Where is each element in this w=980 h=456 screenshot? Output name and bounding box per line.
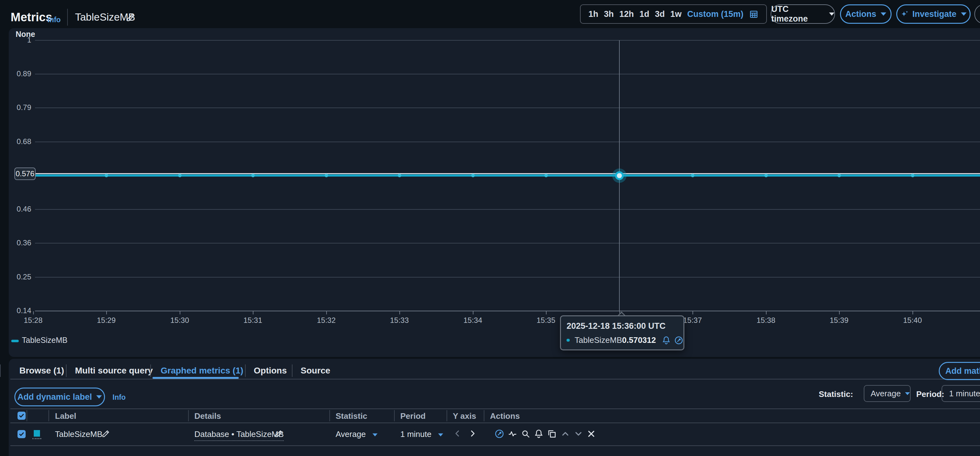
- action-alarm-bell-icon[interactable]: [534, 429, 544, 439]
- y-axis-hover-chip: 0.576: [14, 167, 36, 180]
- edit-title-pencil-icon[interactable]: [126, 12, 136, 22]
- period-label: Period:: [916, 389, 944, 399]
- legend-label[interactable]: TableSizeMB: [22, 336, 67, 345]
- table-top-border: [10, 408, 980, 409]
- col-period: Period: [400, 411, 426, 421]
- period-dropdown[interactable]: 1 minute: [942, 385, 980, 402]
- select-all-checkbox[interactable]: [18, 411, 25, 420]
- page-title: Metrics: [11, 11, 52, 24]
- graph-card: [9, 28, 980, 357]
- y-axis-left-icon[interactable]: [453, 429, 462, 438]
- time-range-12h[interactable]: 12h: [619, 10, 634, 19]
- time-range-custom[interactable]: Custom (15m): [687, 10, 743, 19]
- row-details-link[interactable]: Database • TableSizeMB: [194, 429, 284, 441]
- row-color-swatch[interactable]: [34, 430, 40, 437]
- action-search-icon[interactable]: [520, 429, 531, 439]
- row-label: TableSizeMB: [55, 429, 102, 439]
- col-statistic: Statistic: [336, 411, 367, 421]
- header-divider: [67, 9, 68, 26]
- calendar-icon[interactable]: [749, 10, 759, 19]
- tab-graphed-metrics[interactable]: Graphed metrics (1): [161, 366, 243, 376]
- tooltip-series-label: TableSizeMB: [575, 335, 622, 345]
- tooltip-series-swatch: [566, 339, 570, 341]
- add-dynamic-label-button[interactable]: Add dynamic label: [14, 387, 105, 406]
- chart-tooltip: 2025-12-18 15:36:00 UTC TableSizeMB 0.57…: [560, 316, 684, 350]
- add-math-label: Add math: [945, 366, 980, 376]
- tab-source[interactable]: Source: [301, 366, 330, 376]
- row-period-dropdown[interactable]: 1 minute: [400, 429, 443, 439]
- tab-browse[interactable]: Browse (1): [19, 366, 64, 376]
- action-move-up-icon[interactable]: [560, 429, 570, 439]
- tooltip-value: 0.570312: [622, 335, 656, 345]
- row-bottom-border: [10, 445, 980, 446]
- statistic-label: Statistic:: [819, 389, 853, 399]
- header-bottom-border: [10, 423, 980, 423]
- sparkle-icon: [900, 10, 909, 18]
- col-label: Label: [55, 411, 76, 421]
- x-axis-line: [35, 311, 980, 311]
- action-move-down-icon[interactable]: [573, 429, 584, 439]
- dynamic-label-info-link[interactable]: Info: [113, 393, 126, 402]
- col-details: Details: [194, 411, 221, 421]
- bottom-panel: [9, 359, 980, 456]
- hover-point-marker[interactable]: [615, 171, 624, 180]
- tab-options[interactable]: Options: [254, 366, 287, 376]
- statistic-value: Average: [870, 389, 900, 399]
- statistic-dropdown[interactable]: Average: [864, 385, 911, 402]
- time-range-1w[interactable]: 1w: [670, 10, 682, 19]
- investigate-button[interactable]: Investigate: [896, 4, 970, 24]
- info-link[interactable]: Info: [48, 16, 60, 24]
- add-dynamic-label-text: Add dynamic label: [18, 392, 92, 402]
- tooltip-title: 2025-12-18 15:36:00 UTC: [566, 321, 683, 331]
- timezone-label: UTC timezone: [771, 4, 825, 24]
- investigate-label: Investigate: [912, 10, 956, 19]
- action-investigate-icon[interactable]: [495, 429, 504, 439]
- action-anomaly-icon[interactable]: [508, 429, 517, 439]
- timezone-dropdown[interactable]: UTC timezone: [771, 4, 835, 24]
- tooltip-investigate-icon[interactable]: [674, 336, 683, 345]
- time-range-1d[interactable]: 1d: [640, 10, 649, 19]
- col-actions: Actions: [490, 411, 520, 421]
- time-range-3h[interactable]: 3h: [604, 10, 614, 19]
- legend-swatch[interactable]: [11, 340, 19, 342]
- cloudwatch-metrics-page: Metrics Info TableSizeMB 1h 3h 12h 1d 3d…: [0, 0, 980, 456]
- edit-label-pencil-icon[interactable]: [101, 429, 111, 438]
- time-range-group: 1h 3h 12h 1d 3d 1w Custom (15m): [580, 4, 767, 24]
- time-range-1h[interactable]: 1h: [589, 10, 598, 19]
- row-color-swatch-underline: [32, 438, 41, 439]
- y-axis-right-icon[interactable]: [468, 429, 477, 438]
- action-duplicate-icon[interactable]: [547, 429, 557, 439]
- add-math-button[interactable]: Add math: [939, 362, 980, 380]
- tab-multi-source-query[interactable]: Multi source query: [75, 366, 153, 376]
- tooltip-alarm-bell-icon[interactable]: [662, 336, 671, 345]
- tabs-divider: [10, 379, 980, 379]
- edit-details-pencil-icon[interactable]: [274, 429, 284, 438]
- clipped-toolbar-button[interactable]: [974, 4, 980, 24]
- row-statistic-dropdown[interactable]: Average: [336, 429, 377, 439]
- actions-label: Actions: [845, 10, 876, 19]
- actions-button[interactable]: Actions: [840, 4, 892, 24]
- action-remove-icon[interactable]: [586, 429, 596, 439]
- time-range-3d[interactable]: 3d: [655, 10, 665, 19]
- col-y-axis: Y axis: [453, 411, 476, 421]
- row-checkbox[interactable]: [18, 430, 25, 438]
- period-value: 1 minute: [949, 389, 980, 399]
